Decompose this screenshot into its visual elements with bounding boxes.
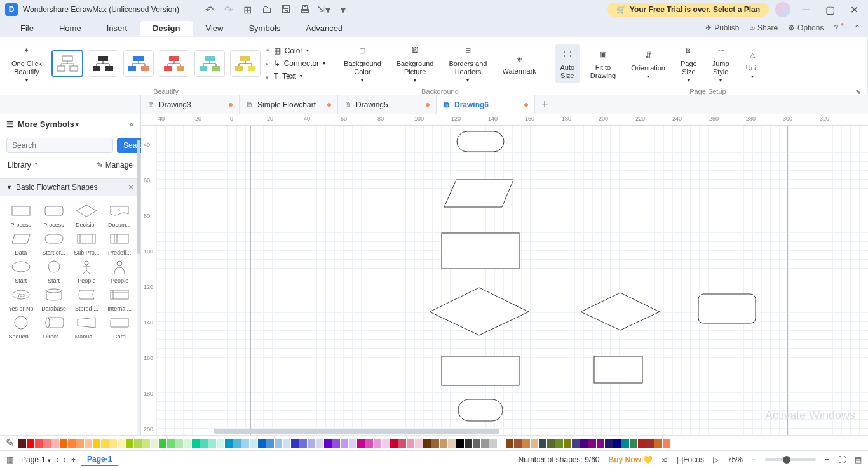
color-swatch[interactable] [200,439,208,448]
color-swatch[interactable] [522,439,530,448]
color-swatch[interactable] [448,439,456,448]
minimize-button[interactable]: ─ [797,3,815,17]
shape-item[interactable]: People [104,258,135,284]
shape-item[interactable]: Manual... [71,314,103,340]
unit-button[interactable]: △Unit▾ [740,45,765,83]
zoom-slider[interactable] [765,458,816,461]
decision-shape[interactable] [580,292,661,331]
color-swatch[interactable] [159,439,166,448]
color-swatch[interactable] [192,439,200,448]
color-swatch[interactable] [506,439,513,448]
color-swatch[interactable] [547,439,555,448]
share-button[interactable]: ∞Share [750,23,778,32]
color-swatch[interactable] [291,439,299,448]
color-swatch[interactable] [564,439,571,448]
jump-style-button[interactable]: ⤻Jump Style▾ [707,41,735,86]
style-next-icon[interactable]: ▸ [266,60,269,67]
bg-picture-button[interactable]: 🖼Background Picture▾ [391,41,439,86]
terminator-shape[interactable] [456,131,505,152]
next-page-icon[interactable]: › [64,455,66,464]
bg-color-button[interactable]: ▢Background Color▾ [339,41,386,86]
color-swatch[interactable] [101,439,109,448]
color-swatch[interactable] [489,439,497,448]
color-swatch[interactable] [85,439,92,448]
panels-icon[interactable]: ▤ [855,455,862,464]
color-swatch[interactable] [68,439,76,448]
color-swatch[interactable] [134,439,142,448]
color-swatch[interactable] [621,439,629,448]
color-swatch[interactable] [514,439,522,448]
color-swatch[interactable] [555,439,563,448]
save-icon[interactable]: 🖫 [281,4,291,15]
shape-item[interactable]: Internal... [104,286,135,312]
doc-tab-drawing5[interactable]: 🗎Drawing5 [338,95,437,114]
canvas[interactable]: Activate Windows [156,126,868,435]
process-rounded-shape[interactable] [698,293,756,324]
color-swatch[interactable] [151,439,158,448]
color-swatch[interactable] [283,439,290,448]
shape-item[interactable]: YesYes or No [5,286,37,312]
sidebar-title[interactable]: More Symbols [18,119,74,129]
decision-shape[interactable] [428,287,530,337]
maximize-button[interactable]: ▢ [821,3,839,17]
color-swatch[interactable] [597,439,604,448]
shape-item[interactable]: Direct ... [38,314,70,340]
color-swatch[interactable] [27,439,34,448]
shape-item[interactable]: Data [5,231,37,256]
color-swatch[interactable] [316,439,323,448]
more-icon[interactable]: ▾ [338,4,348,15]
avatar[interactable] [775,2,790,17]
redo-icon[interactable]: ↷ [224,4,234,15]
color-swatch[interactable] [398,439,406,448]
color-swatch[interactable] [266,439,274,448]
color-swatch[interactable] [365,439,373,448]
zoom-in-icon[interactable]: + [825,455,829,464]
collapse-ribbon-icon[interactable]: ⌃ [854,23,860,32]
chevron-down-icon[interactable]: ▾ [76,121,79,128]
zoom-out-icon[interactable]: − [752,455,756,464]
style-prev-icon[interactable]: ◂ [266,46,269,53]
add-page-icon[interactable]: + [71,455,76,464]
shape-item[interactable]: Sub Pro... [71,231,103,256]
color-swatch[interactable] [473,439,480,448]
color-swatch[interactable] [118,439,125,448]
color-swatch[interactable] [241,439,249,448]
color-swatch[interactable] [531,439,538,448]
shape-item[interactable]: Start [5,258,37,284]
shape-item[interactable]: Process [38,203,70,228]
library-link[interactable]: Library ⌃ [8,161,39,170]
text-dropdown[interactable]: TText▾ [274,72,325,81]
color-swatch[interactable] [341,439,348,448]
borders-button[interactable]: ⊟Borders and Headers▾ [444,41,492,86]
search-input[interactable] [6,138,113,153]
color-swatch[interactable] [374,439,381,448]
color-swatch[interactable] [465,439,472,448]
color-swatch[interactable] [423,439,431,448]
color-swatch[interactable] [175,439,183,448]
color-swatch[interactable] [51,439,59,448]
shape-item[interactable]: Start or... [38,231,70,256]
manage-link[interactable]: ✎Manage [97,161,133,170]
doc-tab-drawing3[interactable]: 🗎Drawing3 [141,95,240,114]
undo-icon[interactable]: ↶ [205,4,215,15]
shape-item[interactable]: Sequen... [5,314,37,340]
sidebar-scrollbar[interactable] [137,140,140,435]
one-click-beautify-button[interactable]: ✦ One Click Beautify ▾ [6,41,47,86]
terminator-shape[interactable] [458,399,503,422]
color-swatch[interactable] [233,439,241,448]
color-swatch[interactable] [208,439,216,448]
color-swatch[interactable] [142,439,150,448]
menu-view[interactable]: View [193,21,236,36]
watermark-button[interactable]: ◈Watermark [497,48,541,78]
process-shape[interactable] [441,232,520,269]
options-button[interactable]: ⚙Options [788,23,824,32]
presentation-icon[interactable]: ▷ [713,455,719,464]
shape-item[interactable]: Start [38,258,70,284]
color-swatch[interactable] [613,439,621,448]
color-swatch[interactable] [299,439,307,448]
add-tab-button[interactable]: + [535,98,555,111]
shape-item[interactable]: People [71,258,103,284]
shape-item[interactable]: Stored ... [71,286,103,312]
color-swatch[interactable] [324,439,332,448]
color-swatch[interactable] [431,439,439,448]
